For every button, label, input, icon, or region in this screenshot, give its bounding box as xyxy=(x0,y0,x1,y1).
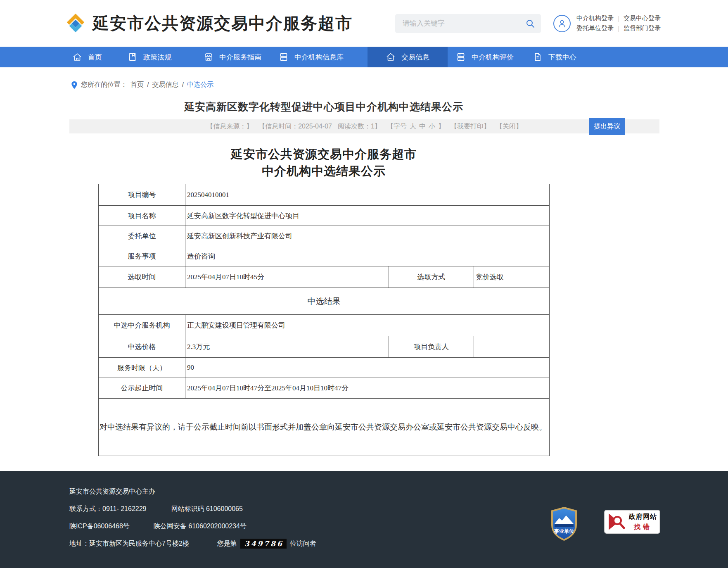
section-title: 中选结果 xyxy=(99,288,550,315)
nav-item-agency-evaluation[interactable]: 中介机构评价 xyxy=(456,47,514,67)
nav-item-agency-library[interactable]: 中介机构信息库 xyxy=(279,47,344,67)
winner-label: 中选中介服务机构 xyxy=(99,315,185,336)
shield-badge-label: 事业单位 xyxy=(554,528,574,534)
doc-heading-line2: 中介机构中选结果公示 xyxy=(69,163,578,180)
find-error-line2: 找错 xyxy=(634,524,652,530)
nav-label: 交易信息 xyxy=(401,52,429,62)
search-input[interactable] xyxy=(403,19,525,28)
service-value: 造价咨询 xyxy=(185,246,550,266)
project-no-label: 项目编号 xyxy=(99,184,185,206)
footer-host: 延安市公共资源交易中心主办 xyxy=(69,487,155,496)
meta-source: 【信息来源：】 xyxy=(206,122,253,131)
publicity-value: 2025年04月07日10时47分至2025年04月10日10时47分 xyxy=(185,378,550,399)
shield-icon: 事业单位 xyxy=(550,506,578,541)
client-label: 委托单位 xyxy=(99,226,185,246)
site-logo-icon xyxy=(65,13,86,34)
font-size-prefix: 【字号 xyxy=(387,122,407,131)
login-link-trade-center[interactable]: 交易中心登录 xyxy=(624,14,661,22)
select-time-label: 选取时间 xyxy=(99,266,185,288)
breadcrumb-prefix: 您所在的位置： xyxy=(81,81,127,89)
footer-address-line: 地址：延安市新区为民服务中心7号楼2楼 您是第 349786 位访问者 xyxy=(69,540,728,547)
nav-label: 中介机构信息库 xyxy=(294,52,344,62)
font-size-small-button[interactable]: 小 xyxy=(429,122,435,131)
project-name-value: 延安高新区数字化转型促进中心项目 xyxy=(185,206,550,226)
visitor-prefix: 您是第 xyxy=(217,539,237,548)
table-row-service: 服务事项 造价咨询 xyxy=(99,246,550,266)
footer-contact: 联系方式：0911- 2162229 xyxy=(69,505,146,513)
gov-site-find-error-badge[interactable]: 政府网站 找错 xyxy=(604,510,660,534)
footer-address: 地址：延安市新区为民服务中心7号楼2楼 xyxy=(69,539,189,548)
breadcrumb: 您所在的位置： 首页 / 交易信息 / 中选公示 xyxy=(71,67,728,89)
login-row: 中介机构登录 | 交易中心登录 xyxy=(576,14,661,22)
public-institution-badge[interactable]: 事业单位 xyxy=(550,506,578,543)
login-row: 委托单位登录 | 监督部门登录 xyxy=(576,24,661,32)
nav-item-service-guide[interactable]: 中介服务指南 xyxy=(204,47,261,67)
find-error-text: 政府网站 找错 xyxy=(629,513,657,530)
search-icon[interactable] xyxy=(525,19,535,29)
header-right: 中介机构登录 | 交易中心登录 委托单位登录 | 监督部门登录 xyxy=(395,14,661,33)
login-link-supervisor[interactable]: 监督部门登录 xyxy=(624,24,661,32)
breadcrumb-trade-info[interactable]: 交易信息 xyxy=(152,81,178,89)
breadcrumb-home[interactable]: 首页 xyxy=(130,81,144,89)
login-links: 中介机构登录 | 交易中心登录 委托单位登录 | 监督部门登录 xyxy=(576,14,661,32)
winner-value: 正大鹏安建设项目管理有限公司 xyxy=(185,315,550,336)
page-title: 延安高新区数字化转型促进中心项目中介机构中选结果公示 xyxy=(69,100,578,114)
nav-label: 首页 xyxy=(88,52,102,62)
footer-site-code: 网站标识码 6106000065 xyxy=(171,505,242,513)
article: 延安高新区数字化转型促进中心项目中介机构中选结果公示 xyxy=(69,100,578,114)
service-label: 服务事项 xyxy=(99,246,185,266)
nav-item-home[interactable]: 首页 xyxy=(72,47,102,67)
table-row-note: 对中选结果有异议的，请于公示截止时间前以书面形式并加盖公章向延安市公共资源交易办… xyxy=(99,399,550,456)
result-table: 项目编号 202504010001 项目名称 延安高新区数字化转型促进中心项目 … xyxy=(98,184,550,456)
font-size-large-button[interactable]: 大 xyxy=(410,122,416,131)
font-size-controls: 【字号 大 中 小 】 xyxy=(387,122,445,131)
login-link-client[interactable]: 委托单位登录 xyxy=(576,24,614,32)
find-error-magnifier-icon xyxy=(607,512,626,531)
duration-label: 服务时限（天） xyxy=(99,358,185,378)
login-link-agency[interactable]: 中介机构登录 xyxy=(576,14,614,22)
login-divider: | xyxy=(618,15,619,22)
project-no-value: 202504010001 xyxy=(185,184,550,206)
table-row-select-time: 选取时间 2025年04月07日10时45分 选取方式 竞价选取 xyxy=(99,266,550,288)
breadcrumb-separator: / xyxy=(147,81,149,89)
publicity-label: 公示起止时间 xyxy=(99,378,185,399)
nav-item-trade-info[interactable]: 交易信息 xyxy=(368,47,448,67)
meta-time: 【信息时间：2025-04-07 xyxy=(258,122,332,131)
table-row-client: 委托单位 延安高新区创新科技产业有限公司 xyxy=(99,226,550,246)
select-method-value: 竞价选取 xyxy=(474,266,550,288)
login-divider: | xyxy=(618,25,619,32)
manager-label: 项目负责人 xyxy=(389,336,474,358)
table-row-section: 中选结果 xyxy=(99,288,550,315)
table-row-duration: 服务时限（天） 90 xyxy=(99,358,550,378)
table-row-project-name: 项目名称 延安高新区数字化转型促进中心项目 xyxy=(99,206,550,226)
logo-group: 延安市公共资源交易中介服务超市 xyxy=(65,12,353,35)
objection-note: 对中选结果有异议的，请于公示截止时间前以书面形式并加盖公章向延安市公共资源交易办… xyxy=(99,399,550,456)
site-footer: 延安市公共资源交易中心主办 联系方式：0911- 2162229 网站标识码 6… xyxy=(0,471,728,568)
evaluation-cabinet-icon xyxy=(456,52,466,62)
raise-objection-button[interactable]: 提出异议 xyxy=(589,118,625,135)
storefront-icon xyxy=(204,52,213,62)
nav-item-policy[interactable]: 政策法规 xyxy=(128,47,171,67)
avatar[interactable] xyxy=(553,15,571,32)
footer-police-record: 陕公网安备 61060202000234号 xyxy=(154,522,247,531)
close-button[interactable]: 【关闭】 xyxy=(496,122,522,131)
site-header: 延安市公共资源交易中介服务超市 中介机构登录 | 交易中心登录 委托单位登录 |… xyxy=(0,0,728,47)
font-size-medium-button[interactable]: 中 xyxy=(419,122,426,131)
footer-icp: 陕ICP备06006468号 xyxy=(69,522,130,531)
print-button[interactable]: 【我要打印】 xyxy=(451,122,490,131)
price-value: 2.3万元 xyxy=(185,336,389,358)
user-icon xyxy=(557,18,567,29)
doc-heading-line1: 延安市公共资源交易中介服务超市 xyxy=(69,146,578,163)
home-icon xyxy=(72,52,82,62)
find-error-line1: 政府网站 xyxy=(629,513,657,522)
table-row-price: 中选价格 2.3万元 项目负责人 xyxy=(99,336,550,358)
breadcrumb-current[interactable]: 中选公示 xyxy=(187,81,213,89)
nav-label: 中介机构评价 xyxy=(472,52,514,62)
table-row-project-no: 项目编号 202504010001 xyxy=(99,184,550,206)
table-row-winner: 中选中介服务机构 正大鹏安建设项目管理有限公司 xyxy=(99,315,550,336)
document-body: 延安市公共资源交易中介服务超市 中介机构中选结果公示 项目编号 20250401… xyxy=(69,146,578,456)
nav-item-download-center[interactable]: 下载中心 xyxy=(533,47,576,67)
visitor-count: 349786 xyxy=(240,539,287,549)
content-area: 您所在的位置： 首页 / 交易信息 / 中选公示 延安高新区数字化转型促进中心项… xyxy=(0,67,728,471)
font-size-suffix: 】 xyxy=(438,122,445,131)
